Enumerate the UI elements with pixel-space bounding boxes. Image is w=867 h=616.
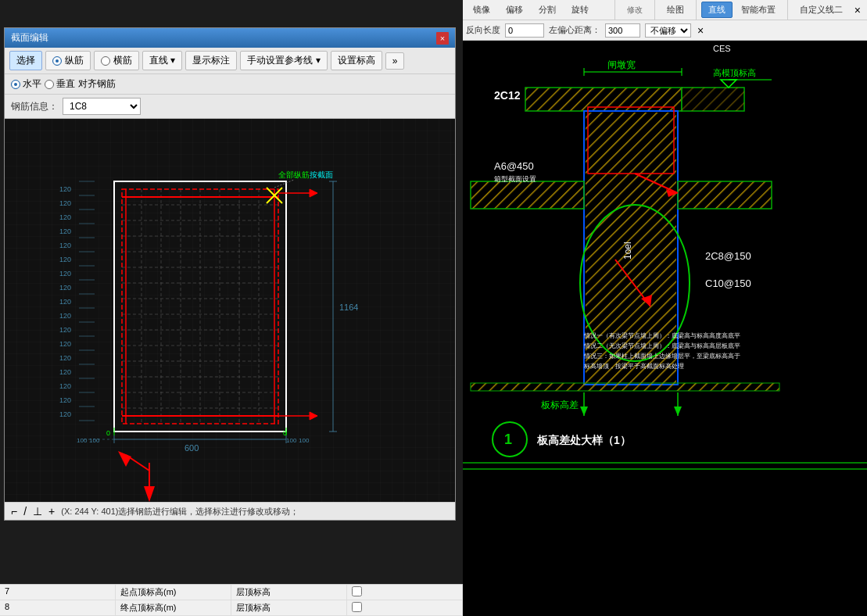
svg-text:120: 120: [59, 368, 71, 376]
svg-text:120: 120: [59, 284, 71, 292]
note-4: 标高墙顶，按梁平于高截面标高处理: [583, 363, 684, 370]
tab-vertical-label: 纵筋: [65, 54, 84, 67]
line-button[interactable]: 直线: [701, 2, 733, 18]
tab-set-elevation[interactable]: 设置标高: [331, 51, 382, 70]
svg-rect-2: [5, 119, 455, 502]
left-offset-input[interactable]: [605, 23, 640, 38]
table-row-8: 8 终点顶标高(m) 层顶标高: [0, 600, 463, 616]
svg-text:120: 120: [59, 199, 71, 207]
tab-horizontal-label: 横筋: [113, 54, 132, 67]
tab-vertical-rebar[interactable]: 纵筋: [45, 51, 91, 70]
checkbox-7[interactable]: [352, 586, 362, 596]
offset-button[interactable]: 偏移: [499, 2, 530, 18]
tab-manual-ref-label: 手动设置参考线 ▾: [247, 54, 320, 67]
cell-8-4: [347, 600, 463, 615]
svg-text:0: 0: [283, 429, 287, 437]
vertical-option[interactable]: 垂直: [45, 77, 75, 91]
modify-section-label: 修改: [620, 2, 650, 18]
cell-8-3: 层顶标高: [231, 600, 347, 615]
svg-text:0: 0: [106, 429, 110, 437]
ces-label: CES: [713, 44, 731, 53]
section-type-label: 箱型截面设置: [494, 175, 536, 183]
offset-type-select[interactable]: 不偏移 左偏移 右偏移: [645, 23, 691, 38]
right-dimension-label: 1164: [339, 303, 358, 312]
bottom-elev-label: 板标高差: [540, 399, 579, 410]
tab-show-annotation[interactable]: 显示标注: [185, 51, 237, 70]
reverse-input[interactable]: [505, 23, 544, 38]
svg-text:120: 120: [59, 242, 71, 249]
svg-text:120: 120: [59, 396, 71, 404]
svg-text:120: 120: [59, 213, 71, 221]
tab-line[interactable]: 直线 ▾: [142, 51, 182, 70]
rebar-a6: A6@450: [494, 160, 534, 172]
status-icon-4[interactable]: +: [48, 505, 55, 518]
rotated-text: 1oel: [622, 242, 633, 260]
cell-8-2: 终点顶标高(m): [116, 600, 231, 615]
svg-text:120: 120: [59, 256, 71, 263]
dialog-title: 截面编辑: [11, 31, 48, 45]
note-3: 情况三：如果柱上截面墙上边缘墙层平，至梁底标高高于: [583, 353, 740, 360]
custom-line-button[interactable]: 自定义线二: [793, 2, 850, 18]
svg-text:100: 100: [286, 437, 297, 444]
rebar-select[interactable]: 1C8 1C10 1C12: [63, 98, 141, 115]
tab-select[interactable]: 选择: [9, 51, 42, 70]
top-elevation-label: 高模顶标高: [713, 68, 756, 77]
tab-annotation-label: 显示标注: [192, 54, 230, 67]
svg-rect-96: [682, 88, 744, 111]
draw-button[interactable]: 绘图: [660, 2, 691, 18]
cad-svg: 120 120 120 120 120 120 120 120 120 120 …: [5, 119, 455, 502]
align-rebar-option[interactable]: 对齐钢筋: [78, 77, 116, 91]
svg-text:120: 120: [59, 298, 71, 306]
right-toolbar-2: 反向长度 左偏心距离： 不偏移 左偏移 右偏移 ×: [463, 20, 867, 41]
vertical-rebar-radio: [52, 56, 62, 66]
status-icon-3[interactable]: ⊥: [33, 505, 42, 518]
svg-text:120: 120: [59, 410, 71, 418]
svg-text:100: 100: [77, 437, 88, 444]
cell-7-4: [347, 585, 463, 600]
annotation-ref: 按截面: [310, 170, 333, 179]
close-right-icon[interactable]: ×: [851, 4, 864, 16]
tab-more[interactable]: »: [385, 52, 405, 70]
status-icon-1[interactable]: ⌐: [11, 505, 17, 518]
svg-rect-117: [471, 383, 779, 391]
smart-layout-button[interactable]: 智能布置: [734, 2, 783, 18]
tab-select-label: 选择: [16, 54, 35, 67]
close-right-2-icon[interactable]: ×: [696, 24, 705, 37]
cell-8-1: 8: [0, 600, 116, 615]
rebar-2c12: 2C12: [494, 89, 521, 102]
dialog-alignment-row: 水平 垂直 对齐钢筋: [5, 74, 455, 95]
mirror-button[interactable]: 镜像: [466, 2, 497, 18]
split-button[interactable]: 分割: [532, 2, 563, 18]
tab-horizontal-rebar[interactable]: 横筋: [94, 51, 139, 70]
width-label: 闸墩宽: [607, 59, 636, 70]
horizontal-rebar-radio: [101, 56, 110, 66]
cell-7-2: 起点顶标高(m): [116, 585, 231, 600]
svg-text:120: 120: [59, 270, 71, 278]
dialog-tabs: 选择 纵筋 横筋 直线 ▾ 显示标注 手动设置参考线 ▾ 设置标高: [5, 48, 455, 74]
left-offset-label: 左偏心距离：: [549, 24, 600, 36]
tab-line-label: 直线 ▾: [149, 54, 175, 67]
cad-canvas: 120 120 120 120 120 120 120 120 120 120 …: [5, 119, 455, 502]
tab-manual-ref[interactable]: 手动设置参考线 ▾: [240, 51, 327, 70]
svg-text:120: 120: [59, 312, 71, 320]
dialog-close-button[interactable]: ×: [436, 32, 449, 45]
reverse-label: 反向长度: [466, 24, 500, 36]
svg-rect-101: [471, 181, 584, 209]
horizontal-option[interactable]: 水平: [11, 77, 41, 91]
status-icon-2[interactable]: /: [23, 505, 27, 518]
right-cad-svg: 闸墩宽 高模顶标高 2C12 A6@450 箱型截面设置 2C8@150 C10…: [463, 41, 867, 616]
dialog-titlebar: 截面编辑 ×: [5, 28, 455, 48]
rebar-c10: C10@150: [705, 278, 751, 289]
detail-title: 板高差处大样（1）: [536, 434, 631, 446]
rebar-info-row: 钢筋信息： 1C8 1C10 1C12: [5, 95, 455, 119]
left-dimension-labels: 120 120 120 120 120 120 120 120 120 120 …: [59, 185, 71, 418]
status-text: (X: 244 Y: 401)选择钢筋进行编辑，选择标注进行修改或移动；: [61, 506, 299, 518]
rotate-button[interactable]: 旋转: [564, 2, 596, 18]
tab-elevation-label: 设置标高: [338, 54, 375, 67]
svg-text:120: 120: [59, 326, 71, 334]
note-1: 情况一（有次梁节点墙上周）：底梁高与标高高度高底平: [583, 332, 740, 339]
vertical-label: 垂直: [56, 77, 75, 91]
svg-text:120: 120: [59, 185, 71, 193]
cell-7-3: 层顶标高: [231, 585, 347, 600]
checkbox-8[interactable]: [352, 602, 362, 612]
